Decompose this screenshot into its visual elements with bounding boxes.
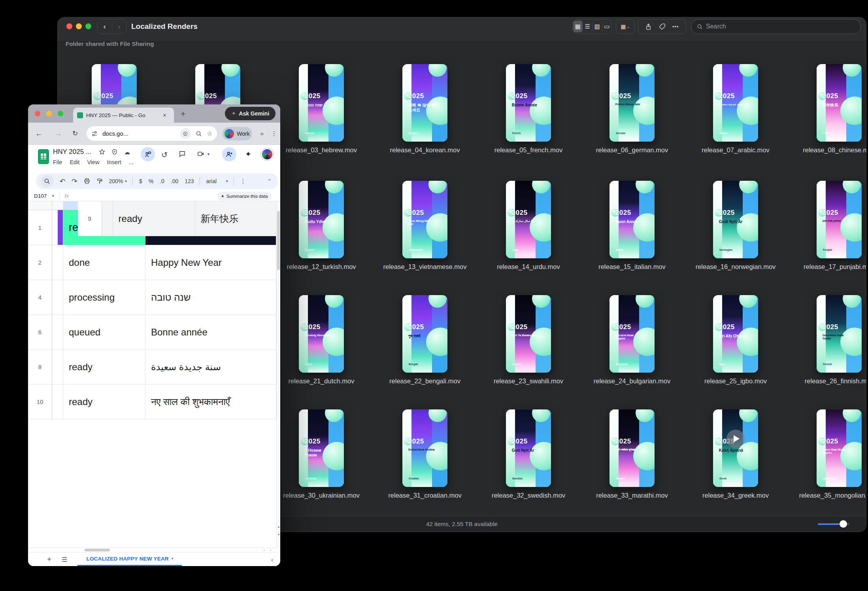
meet-caret-icon[interactable]: ▾ (208, 152, 209, 156)
video-thumbnail[interactable]: 2025Onnellista Uutta VuottaFinnish (817, 295, 862, 373)
cell-status[interactable]: ready (63, 350, 145, 385)
cell[interactable] (52, 245, 63, 280)
row-header[interactable]: 4 (28, 280, 52, 315)
file-name-label[interactable]: release_21_dutch.mov (274, 377, 369, 385)
reload-button[interactable]: ↻ (72, 129, 78, 138)
menu-overflow[interactable]: ... (129, 159, 134, 165)
file-name-label[interactable]: release_31_croatian.mov (377, 492, 472, 499)
video-thumbnail[interactable]: 2025Godt Nytt ÅrNorwegian (713, 181, 758, 258)
cell-term[interactable]: नए साल की शुभकामनाएँ (145, 385, 276, 419)
cell-c1[interactable] (52, 210, 63, 245)
toolbar-search-button[interactable] (41, 175, 53, 188)
video-thumbnail[interactable]: 2025Καλή ΧρονιάGreek (713, 409, 758, 487)
zoom-window-button[interactable] (58, 111, 63, 116)
close-tab-icon[interactable]: ✕ (162, 112, 167, 118)
file-name-label[interactable]: release_33_marathi.mov (585, 492, 679, 499)
minimize-window-button[interactable] (46, 111, 52, 116)
cell-term[interactable]: Happy New Year (145, 245, 276, 280)
decrease-decimals-button[interactable]: .0 (160, 178, 164, 184)
file-name-label[interactable]: release_07_arabic.mov (688, 146, 783, 154)
cell-term[interactable]: Bonne année (145, 315, 276, 350)
name-box-caret-icon[interactable]: ▾ (52, 194, 54, 198)
file-name-label[interactable]: release_35_mongolian.mov (792, 492, 866, 499)
video-thumbnail[interactable]: 2025З Новим РокомUkrainian (299, 409, 344, 487)
undo-button[interactable]: ↶ (60, 177, 65, 186)
menu-view[interactable]: View (87, 159, 99, 165)
file-name-label[interactable]: release_15_italian.mov (585, 263, 679, 271)
cell-term[interactable]: سنة جديدة سعيدة (145, 350, 276, 385)
corner-header[interactable] (28, 201, 52, 210)
zoom-icon[interactable] (196, 131, 202, 137)
gemini-spark-icon[interactable]: ✦ (245, 150, 251, 159)
video-thumbnail[interactable]: 2025Bonne AnnéeFrench (506, 64, 551, 142)
video-thumbnail[interactable]: 2025Frohes Neues JahrGerman (609, 64, 655, 142)
cell-status[interactable]: processing (63, 280, 145, 315)
new-tab-button[interactable]: + (181, 109, 185, 119)
file-name-label[interactable]: release_12_turkish.mov (274, 263, 369, 271)
summarize-data-button[interactable]: ✦ Summarize this data (217, 192, 272, 201)
horizontal-scrollbar-thumb[interactable] (85, 549, 110, 551)
scroll-down-icon[interactable]: ▼ (277, 533, 280, 536)
redo-button[interactable]: ↷ (72, 177, 77, 186)
video-thumbnail[interactable]: 2025честита Нова ГодинаBulgarian (609, 295, 655, 373)
row-header[interactable]: 8 (28, 350, 52, 385)
file-name-label[interactable]: release_26_finnish.mov (792, 377, 866, 385)
row-header[interactable]: 6 (28, 315, 52, 350)
file-name-label[interactable]: release_16_norwegian.mov (688, 263, 783, 271)
format-currency-button[interactable]: $ (139, 178, 142, 184)
video-thumbnail[interactable]: 2025새해 복 많이 받으세요Korean (402, 64, 447, 142)
video-thumbnail[interactable]: 2025Шинэ Оны Мэнд ХүргэеMongolian (817, 409, 862, 487)
share-button[interactable] (222, 147, 236, 161)
file-name-label[interactable]: release_23_swahili.mov (481, 377, 576, 385)
menu-edit[interactable]: Edit (70, 159, 79, 165)
menu-file[interactable]: File (53, 159, 62, 165)
video-thumbnail[interactable]: 2025Ezi Afọ ỌhụrụIgbo (713, 295, 758, 373)
file-name-label[interactable]: release_25_igbo.mov (688, 377, 783, 385)
scroll-left-icon[interactable]: ‹ (264, 548, 265, 552)
address-bar[interactable]: docs.go... ☆ (87, 126, 217, 141)
file-name-label[interactable]: release_24_bulgarian.mov (585, 377, 679, 385)
lens-button[interactable] (180, 128, 191, 139)
scroll-up-icon[interactable]: ▲ (277, 525, 280, 528)
menu-insert[interactable]: Insert (107, 159, 121, 165)
all-sheets-menu-icon[interactable]: ☰ (62, 556, 67, 563)
file-name-label[interactable]: release_03_hebrew.mov (274, 146, 369, 154)
video-thumbnail[interactable]: 2025Heri Ya Mwaka MpyaSwahili (506, 295, 551, 373)
video-thumbnail[interactable]: 2025שנה טובהHebrew (299, 64, 344, 142)
cell-term[interactable]: 新年快乐 (195, 201, 276, 236)
more-formats-button[interactable]: 123 (185, 178, 194, 184)
increase-decimals-button[interactable]: .00 (171, 178, 178, 184)
file-name-label[interactable]: release_05_french.mov (481, 146, 576, 154)
column-header-c[interactable] (52, 201, 63, 210)
video-thumbnail[interactable]: 2025শুভ নববর্ষBengali (402, 295, 447, 373)
play-button-overlay[interactable] (726, 430, 745, 448)
vertical-scrollbar[interactable]: ▲ ▼ (276, 201, 280, 547)
row-header[interactable]: 2 (28, 245, 52, 280)
browser-forward-button[interactable]: → (55, 129, 62, 138)
add-sheet-button[interactable]: + (47, 555, 51, 564)
scroll-right-icon[interactable]: › (270, 548, 271, 552)
meet-icon[interactable] (197, 150, 204, 157)
comments-icon[interactable] (179, 150, 186, 157)
video-thumbnail[interactable]: 2025نیا سال مبارک ہوUrdu (506, 181, 551, 258)
ask-gemini-button[interactable]: ✦ Ask Gemini (225, 107, 275, 120)
video-thumbnail[interactable]: 2025Gelukkig NieuwjaarDutch (299, 295, 344, 373)
browser-back-button[interactable]: ← (35, 129, 43, 138)
sheets-logo-icon[interactable] (38, 149, 49, 164)
row-header[interactable]: 10 (28, 385, 52, 419)
file-name-label[interactable]: release_32_swedish.mov (481, 492, 576, 499)
vertical-scrollbar-thumb[interactable] (277, 211, 280, 270)
site-settings-icon[interactable] (91, 131, 98, 137)
file-name-label[interactable]: release_14_urdu.mov (481, 263, 576, 271)
presenter-button[interactable] (141, 147, 155, 161)
row-header[interactable]: 9 (78, 201, 102, 236)
font-select[interactable]: arial (206, 178, 217, 184)
zoom-select[interactable]: 200% (109, 178, 123, 184)
row-header[interactable]: 1 (28, 210, 52, 245)
account-avatar[interactable] (261, 148, 273, 160)
cell-status[interactable]: done (63, 245, 145, 280)
collapse-toolbar-icon[interactable]: ⌃ (268, 178, 272, 184)
print-button[interactable] (84, 178, 90, 184)
cell[interactable] (52, 350, 63, 385)
cell-status[interactable]: ready (63, 385, 145, 419)
